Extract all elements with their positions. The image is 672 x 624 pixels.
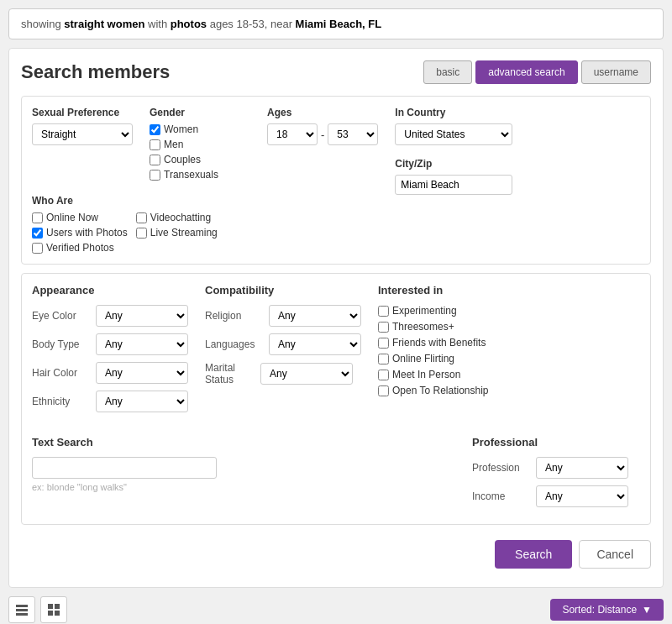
gender-label: Gender [150, 107, 250, 118]
header-row: Search members basic advanced search use… [21, 60, 651, 84]
ages-min-select[interactable]: 1819202530 [267, 123, 318, 145]
gender-couples-label: Couples [164, 154, 201, 165]
ethnicity-row: Ethnicity AnyWhiteBlackHispanic [32, 391, 188, 412]
city-zip-input[interactable] [395, 175, 512, 195]
marital-status-select[interactable]: AnySingleDivorcedMarried [260, 363, 353, 385]
body-type-label: Body Type [32, 338, 91, 350]
action-row: Search Cancel [21, 533, 651, 575]
professional-section: Professional Profession AnyDoctorLawyerE… [472, 436, 640, 514]
appearance-section: Appearance Eye Color AnyBlueBrownGreen B… [32, 284, 188, 419]
who-are-online-checkbox[interactable] [32, 212, 43, 223]
gender-women-checkbox[interactable] [150, 124, 160, 135]
professional-title: Professional [472, 436, 640, 448]
experimenting-checkbox[interactable] [378, 306, 389, 317]
text-search-input[interactable] [32, 457, 217, 479]
sexual-preference-label: Sexual Preference [32, 107, 133, 118]
online-flirting-label: Online Flirting [392, 353, 454, 364]
text-search-title: Text Search [32, 436, 455, 448]
sort-button[interactable]: Sorted: Distance ▼ [550, 599, 664, 621]
income-select[interactable]: Any$25k-$50k$50k-$75k [536, 485, 628, 507]
svg-rect-6 [55, 611, 60, 616]
cancel-button[interactable]: Cancel [579, 540, 651, 569]
tab-buttons: basic advanced search username [423, 60, 651, 84]
threesomes-checkbox[interactable] [378, 322, 389, 333]
svg-rect-2 [16, 613, 28, 616]
appearance-title: Appearance [32, 284, 188, 296]
main-search-container: Search members basic advanced search use… [8, 48, 664, 588]
experimenting-label: Experimenting [392, 305, 457, 317]
marital-status-row: MaritalStatus AnySingleDivorcedMarried [205, 362, 361, 385]
who-are-streaming-label: Live Streaming [150, 227, 218, 239]
grid-view-button[interactable] [40, 596, 67, 623]
languages-row: Languages AnyEnglishSpanish [205, 333, 361, 355]
filter-row-top: Sexual Preference Straight Gay Bisexual … [21, 96, 651, 265]
who-are-photos-checkbox[interactable] [32, 228, 43, 239]
friends-benefits-checkbox[interactable] [378, 338, 389, 349]
who-are-videochat-row: Videochatting [136, 212, 232, 223]
sort-chevron-icon: ▼ [642, 604, 652, 616]
who-are-videochat-checkbox[interactable] [136, 212, 147, 223]
religion-row: Religion AnyChristianCatholicJewish [205, 305, 361, 327]
body-type-row: Body Type AnySlimAverageAthletic [32, 333, 188, 355]
experimenting-row: Experimenting [378, 305, 529, 317]
in-country-label: In Country [395, 107, 512, 118]
profession-select[interactable]: AnyDoctorLawyerEngineer [536, 457, 628, 479]
gender-transexuals-checkbox[interactable] [150, 170, 160, 181]
compatibility-section: Compatibility Religion AnyChristianCatho… [205, 284, 361, 419]
sexual-preference-select[interactable]: Straight Gay Bisexual [32, 123, 133, 145]
who-are-photos-row: Users with Photos [32, 227, 128, 239]
eye-color-row: Eye Color AnyBlueBrownGreen [32, 305, 188, 327]
gender-men-checkbox[interactable] [150, 139, 160, 150]
income-row: Income Any$25k-$50k$50k-$75k [472, 485, 640, 507]
search-orientation: straight women [64, 18, 144, 30]
threesomes-label: Threesomes+ [392, 321, 454, 333]
body-type-select[interactable]: AnySlimAverageAthletic [96, 333, 188, 355]
who-are-streaming-checkbox[interactable] [136, 228, 147, 239]
gender-checkboxes: Women Men Couples Transexuals [150, 123, 250, 181]
tab-basic[interactable]: basic [423, 60, 472, 84]
ages-max-select[interactable]: 5350454035 [328, 123, 378, 145]
languages-select[interactable]: AnyEnglishSpanish [269, 333, 361, 355]
who-are-photos-label: Users with Photos [46, 227, 128, 239]
who-are-verified-label: Verified Photos [46, 242, 114, 254]
eye-color-select[interactable]: AnyBlueBrownGreen [96, 305, 188, 327]
gender-women-label: Women [164, 123, 198, 135]
page-title: Search members [21, 61, 170, 83]
open-relationship-checkbox[interactable] [378, 385, 389, 396]
profession-label: Profession [472, 462, 531, 474]
in-country-select[interactable]: United States Canada United Kingdom [395, 123, 512, 145]
tab-username[interactable]: username [581, 60, 651, 84]
advanced-sections: Appearance Eye Color AnyBlueBrownGreen B… [21, 273, 651, 525]
gender-men-label: Men [164, 139, 183, 150]
text-search-hint: ex: blonde "long walks" [32, 482, 455, 492]
sexual-preference-group: Sexual Preference Straight Gay Bisexual [32, 107, 133, 145]
ages-dash: - [321, 128, 324, 141]
ages-label: Ages [267, 107, 378, 118]
compatibility-title: Compatibility [205, 284, 361, 296]
list-view-icon [15, 603, 29, 616]
friends-benefits-row: Friends with Benefits [378, 337, 529, 349]
ethnicity-select[interactable]: AnyWhiteBlackHispanic [96, 391, 188, 412]
list-view-button[interactable] [8, 596, 35, 623]
search-button[interactable]: Search [495, 540, 572, 569]
who-are-verified-checkbox[interactable] [32, 243, 43, 254]
online-flirting-checkbox[interactable] [378, 354, 389, 364]
gender-couples-checkbox[interactable] [150, 155, 160, 165]
search-photos: photos [171, 18, 207, 30]
ages-group: Ages 1819202530 - 5350454035 [267, 107, 378, 145]
who-are-online-row: Online Now [32, 212, 128, 223]
svg-rect-5 [48, 611, 53, 616]
hair-color-select[interactable]: AnyBlondeBrownBlack [96, 362, 188, 384]
view-icons [8, 596, 67, 623]
meet-in-person-checkbox[interactable] [378, 370, 389, 380]
who-are-streaming-row: Live Streaming [136, 227, 232, 239]
meet-in-person-row: Meet In Person [378, 369, 529, 380]
ethnicity-label: Ethnicity [32, 396, 91, 407]
profession-row: Profession AnyDoctorLawyerEngineer [472, 457, 640, 479]
tab-advanced[interactable]: advanced search [475, 60, 577, 84]
religion-select[interactable]: AnyChristianCatholicJewish [269, 305, 361, 327]
svg-rect-1 [16, 609, 28, 611]
svg-rect-3 [48, 604, 53, 609]
grid-view-icon [47, 603, 60, 616]
open-relationship-row: Open To Relationship [378, 385, 529, 396]
